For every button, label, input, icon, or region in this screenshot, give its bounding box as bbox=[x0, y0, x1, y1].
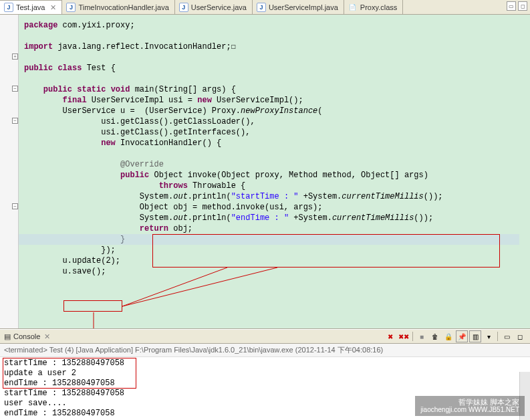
annotation-box-output bbox=[3, 358, 136, 389]
remove-terminated-icon[interactable]: ✖ bbox=[384, 330, 396, 342]
minimize-view-icon[interactable]: ▭ bbox=[501, 330, 513, 342]
console-tab[interactable]: ▤ Console ✕ bbox=[4, 332, 50, 341]
java-file-icon: J bbox=[257, 3, 266, 12]
annotation-box-update bbox=[63, 300, 122, 312]
fold-expanded-icon[interactable]: − bbox=[12, 118, 18, 124]
clear-console-icon[interactable]: 🗑 bbox=[429, 330, 441, 342]
editor-gutter: + − − − bbox=[0, 15, 19, 328]
java-file-icon: J bbox=[179, 3, 188, 12]
console-icon: ▤ bbox=[4, 332, 11, 341]
java-file-icon: J bbox=[4, 3, 13, 12]
tab-timeinvocationhandler[interactable]: J TimeInvocationHandler.java bbox=[62, 0, 174, 14]
tab-userserviceimpl[interactable]: J UserServiceImpl.java bbox=[253, 0, 344, 14]
annotation-box-code bbox=[152, 234, 500, 268]
tab-proxy-class[interactable]: 📄 Proxy.class bbox=[344, 0, 403, 14]
java-file-icon: J bbox=[66, 3, 76, 12]
console-view-header: ▤ Console ✕ ✖ ✖✖ ■ 🗑 🔒 📌 ▥ ▾ ▭ ◻ bbox=[0, 329, 530, 344]
tab-userservice[interactable]: J UserService.java bbox=[175, 0, 253, 14]
display-selected-icon[interactable]: ▥ bbox=[469, 330, 481, 342]
view-controls: ▭ ◻ bbox=[504, 0, 530, 14]
close-icon[interactable]: ✕ bbox=[44, 332, 50, 341]
scroll-lock-icon[interactable]: 🔒 bbox=[442, 330, 454, 342]
maximize-icon[interactable]: ◻ bbox=[518, 1, 527, 11]
maximize-view-icon[interactable]: ◻ bbox=[514, 330, 526, 342]
terminate-icon[interactable]: ■ bbox=[416, 330, 428, 342]
minimize-icon[interactable]: ▭ bbox=[507, 1, 516, 11]
class-file-icon: 📄 bbox=[348, 3, 358, 12]
console-toolbar: ✖ ✖✖ ■ 🗑 🔒 📌 ▥ ▾ ▭ ◻ bbox=[384, 330, 526, 342]
fold-expanded-icon[interactable]: − bbox=[12, 86, 18, 92]
watermark: 哲学妹妹 脚本之家 jiaochengji.com WWW.JB51.NET bbox=[415, 396, 525, 416]
editor-tabs: J Test.java ✕ J TimeInvocationHandler.ja… bbox=[0, 0, 530, 15]
fold-expanded-icon[interactable]: − bbox=[12, 203, 18, 209]
open-console-icon[interactable]: ▾ bbox=[483, 330, 495, 342]
remove-all-terminated-icon[interactable]: ✖✖ bbox=[398, 330, 410, 342]
fold-collapsed-icon[interactable]: + bbox=[12, 54, 18, 60]
pin-console-icon[interactable]: 📌 bbox=[456, 330, 468, 342]
console-process-info: <terminated> Test (4) [Java Application]… bbox=[0, 344, 530, 357]
close-icon[interactable]: ✕ bbox=[50, 3, 56, 12]
tab-test-java[interactable]: J Test.java ✕ bbox=[0, 0, 62, 14]
code-editor[interactable]: + − − − package com.yixi.proxy; import j… bbox=[0, 15, 530, 329]
